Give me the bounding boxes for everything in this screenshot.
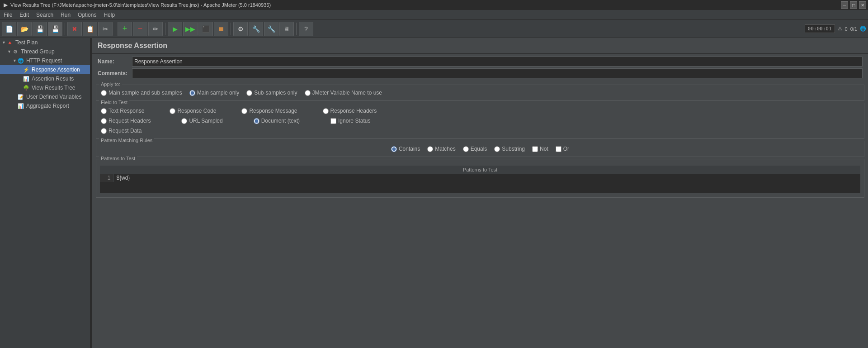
tool2-button[interactable]: 🔧 bbox=[264, 22, 278, 36]
stat-display: 0/1 bbox=[850, 26, 857, 32]
save-button[interactable]: 💾 bbox=[48, 22, 62, 36]
sidebar-item-label-assertion-results: Assertion Results bbox=[32, 76, 74, 82]
stop-button[interactable]: ⬛ bbox=[198, 22, 213, 36]
field-to-test-label: Field to Test bbox=[99, 100, 129, 105]
titlebar: ▶ View Results Tree (F:\JMeter\apache-jm… bbox=[0, 0, 868, 10]
sidebar-item-label-user-defined: User Defined Variables bbox=[26, 94, 82, 100]
field-url-sampled[interactable]: URL Sampled bbox=[181, 118, 222, 124]
field-request-headers-label: Request Headers bbox=[108, 118, 151, 124]
pm-substring[interactable]: Substring bbox=[494, 146, 525, 152]
pm-not[interactable]: Not bbox=[532, 146, 548, 152]
title-text: View Results Tree (F:\JMeter\apache-jmet… bbox=[10, 2, 271, 8]
name-input[interactable] bbox=[132, 57, 863, 67]
sidebar-item-view-results-tree[interactable]: 🌳 View Results Tree bbox=[0, 83, 90, 92]
remove-button[interactable]: − bbox=[133, 22, 147, 36]
arrow-thread-group: ▼ bbox=[7, 49, 12, 54]
assertion-results-icon: 📊 bbox=[23, 75, 30, 82]
sidebar-item-aggregate-report[interactable]: 📊 Aggregate Report bbox=[0, 101, 90, 110]
field-response-code[interactable]: Response Code bbox=[170, 108, 216, 114]
restore-button[interactable]: ◻ bbox=[850, 1, 857, 9]
sep5 bbox=[296, 23, 297, 35]
patterns-to-test-group: Patterns to Test Patterns to Test 1 bbox=[96, 159, 864, 198]
timer-display: 00:00:01 bbox=[805, 24, 835, 33]
menu-options[interactable]: Options bbox=[74, 11, 100, 19]
pm-equals[interactable]: Equals bbox=[463, 146, 487, 152]
sidebar-item-response-assertion[interactable]: ⚡ Response Assertion bbox=[0, 65, 90, 74]
cut-button[interactable]: ✂ bbox=[98, 22, 113, 36]
content-panel: Response Assertion Name: Comments: Apply… bbox=[92, 38, 868, 348]
patterns-to-test-label: Patterns to Test bbox=[99, 156, 137, 161]
field-request-data[interactable]: Request Data bbox=[101, 128, 142, 134]
sidebar: ▼ 🔺 Test Plan ▼ ⚙ Thread Group ▼ 🌐 HTTP … bbox=[0, 38, 90, 348]
menu-run[interactable]: Run bbox=[57, 11, 74, 19]
sep4 bbox=[231, 23, 231, 35]
pm-contains[interactable]: Contains bbox=[391, 146, 420, 152]
field-document-text[interactable]: Document (text) bbox=[254, 118, 300, 124]
clear-button[interactable]: ✖ bbox=[67, 22, 82, 36]
sidebar-item-http-request[interactable]: ▼ 🌐 HTTP Request bbox=[0, 56, 90, 65]
menu-edit[interactable]: Edit bbox=[16, 11, 33, 19]
view-results-tree-icon: 🌳 bbox=[23, 84, 30, 91]
sidebar-item-label-thread-group: Thread Group bbox=[21, 48, 55, 55]
comments-input[interactable] bbox=[132, 68, 863, 78]
field-to-test-row1: Text Response Response Code Response Mes… bbox=[100, 106, 860, 116]
shutdown-button[interactable]: ⚙ bbox=[233, 22, 248, 36]
title-icon: ▶ bbox=[4, 2, 8, 8]
sidebar-item-assertion-results[interactable]: 📊 Assertion Results bbox=[0, 74, 90, 83]
help-button[interactable]: ? bbox=[299, 22, 313, 36]
edit-button[interactable]: ✏ bbox=[148, 22, 163, 36]
open-button[interactable]: 📂 bbox=[17, 22, 32, 36]
menu-search[interactable]: Search bbox=[33, 11, 57, 19]
add-button[interactable]: + bbox=[118, 22, 132, 36]
field-response-message[interactable]: Response Message bbox=[241, 108, 297, 114]
sep1 bbox=[65, 23, 65, 35]
sep2 bbox=[115, 23, 115, 35]
field-ignore-status-label: Ignore Status bbox=[338, 118, 370, 124]
run-no-pause-button[interactable]: ▶▶ bbox=[183, 22, 198, 36]
pattern-matching-options: Contains Matches Equals Substring Not bbox=[100, 144, 860, 154]
run-button[interactable]: ▶ bbox=[168, 22, 182, 36]
field-response-headers[interactable]: Response Headers bbox=[323, 108, 377, 114]
save-template-button[interactable]: 💾 bbox=[33, 22, 47, 36]
copy-button[interactable]: 📋 bbox=[83, 22, 97, 36]
pm-contains-label: Contains bbox=[399, 146, 420, 152]
panel-title: Response Assertion bbox=[92, 38, 868, 54]
new-button[interactable]: 📄 bbox=[2, 22, 16, 36]
menu-help[interactable]: Help bbox=[100, 11, 118, 19]
apply-main-only[interactable]: Main sample only bbox=[189, 90, 239, 96]
minimize-button[interactable]: ─ bbox=[841, 1, 848, 9]
field-text-response[interactable]: Text Response bbox=[101, 108, 144, 114]
row-value[interactable] bbox=[113, 174, 860, 182]
remote-button[interactable]: 🖥 bbox=[279, 22, 294, 36]
apply-sub-only[interactable]: Sub-samples only bbox=[246, 90, 297, 96]
arrow-test-plan: ▼ bbox=[2, 40, 6, 45]
field-to-test-group: Field to Test Text Response Response Cod… bbox=[96, 103, 864, 139]
pm-or[interactable]: Or bbox=[556, 146, 569, 152]
patterns-table: Patterns to Test 1 bbox=[100, 166, 860, 182]
close-button[interactable]: ✕ bbox=[859, 1, 866, 9]
sidebar-item-user-defined-variables[interactable]: 📝 User Defined Variables bbox=[0, 92, 90, 101]
field-document-text-label: Document (text) bbox=[261, 118, 300, 124]
apply-main-sub-label: Main sample and sub-samples bbox=[108, 90, 182, 96]
comments-label: Comments: bbox=[98, 70, 129, 76]
menubar: File Edit Search Run Options Help bbox=[0, 10, 868, 20]
stop-graceful-button[interactable]: ⏹ bbox=[214, 22, 228, 36]
menu-file[interactable]: File bbox=[0, 11, 16, 19]
table-row: 1 bbox=[100, 174, 860, 182]
field-ignore-status[interactable]: Ignore Status bbox=[330, 118, 370, 124]
aggregate-report-icon: 📊 bbox=[17, 102, 24, 110]
sidebar-item-test-plan[interactable]: ▼ 🔺 Test Plan bbox=[0, 38, 90, 47]
sidebar-item-thread-group[interactable]: ▼ ⚙ Thread Group bbox=[0, 47, 90, 56]
apply-jmeter-var[interactable]: JMeter Variable Name to use bbox=[305, 90, 382, 96]
field-response-headers-label: Response Headers bbox=[330, 108, 377, 114]
field-request-headers[interactable]: Request Headers bbox=[101, 118, 151, 124]
tool1-button[interactable]: 🔧 bbox=[249, 22, 263, 36]
globe-icon: 🌐 bbox=[860, 26, 866, 32]
apply-main-sub[interactable]: Main sample and sub-samples bbox=[101, 90, 182, 96]
apply-sub-only-label: Sub-samples only bbox=[254, 90, 297, 96]
test-plan-icon: 🔺 bbox=[6, 39, 14, 46]
response-assertion-icon: ⚡ bbox=[23, 66, 30, 73]
pattern-value-input[interactable] bbox=[117, 175, 858, 181]
sidebar-item-label-response-assertion: Response Assertion bbox=[32, 67, 80, 73]
pm-matches[interactable]: Matches bbox=[427, 146, 455, 152]
